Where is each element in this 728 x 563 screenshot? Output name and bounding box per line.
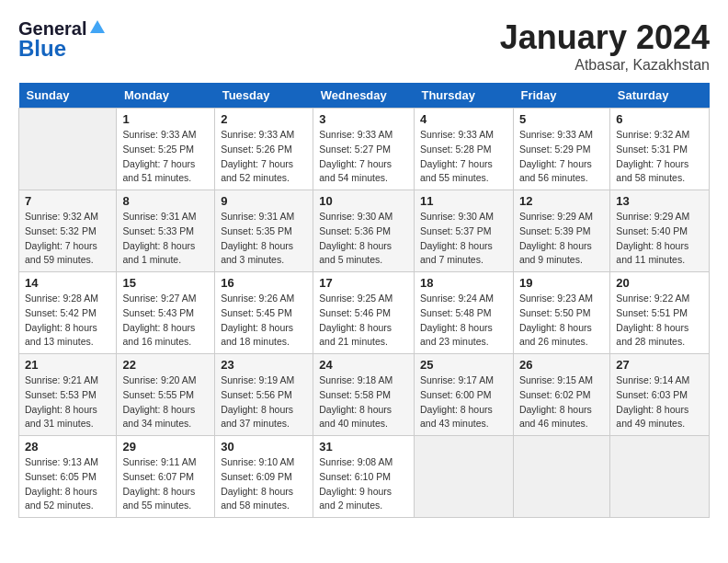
day-detail: Sunrise: 9:27 AMSunset: 5:43 PMDaylight:… bbox=[122, 292, 209, 350]
day-number: 8 bbox=[122, 194, 209, 208]
sunrise-text: Sunrise: 9:18 AM bbox=[319, 373, 408, 388]
day-detail: Sunrise: 9:29 AMSunset: 5:39 PMDaylight:… bbox=[519, 210, 604, 268]
sunset-text: Sunset: 5:29 PM bbox=[519, 143, 604, 157]
daylight-text: Daylight: 8 hours and 7 minutes. bbox=[420, 239, 507, 269]
day-detail: Sunrise: 9:13 AMSunset: 6:05 PMDaylight:… bbox=[25, 455, 110, 513]
day-number: 30 bbox=[221, 440, 307, 454]
day-number: 6 bbox=[616, 112, 703, 126]
day-detail: Sunrise: 9:22 AMSunset: 5:51 PMDaylight:… bbox=[616, 292, 703, 350]
calendar-cell: 24Sunrise: 9:18 AMSunset: 5:58 PMDayligh… bbox=[313, 354, 415, 436]
sunrise-text: Sunrise: 9:15 AM bbox=[519, 373, 604, 388]
day-number: 17 bbox=[319, 276, 408, 290]
day-detail: Sunrise: 9:33 AMSunset: 5:28 PMDaylight:… bbox=[420, 128, 507, 186]
day-number: 5 bbox=[519, 112, 604, 126]
sunset-text: Sunset: 5:48 PM bbox=[420, 306, 507, 321]
daylight-text: Daylight: 8 hours and 34 minutes. bbox=[122, 403, 209, 432]
day-number: 29 bbox=[122, 440, 209, 454]
day-detail: Sunrise: 9:10 AMSunset: 6:09 PMDaylight:… bbox=[221, 455, 307, 513]
sunset-text: Sunset: 5:25 PM bbox=[122, 143, 209, 157]
day-detail: Sunrise: 9:11 AMSunset: 6:07 PMDaylight:… bbox=[122, 455, 209, 513]
sunset-text: Sunset: 5:58 PM bbox=[319, 388, 408, 403]
day-number: 13 bbox=[616, 194, 703, 208]
day-detail: Sunrise: 9:17 AMSunset: 6:00 PMDaylight:… bbox=[420, 373, 507, 431]
calendar-cell: 3Sunrise: 9:33 AMSunset: 5:27 PMDaylight… bbox=[313, 109, 415, 190]
sunrise-text: Sunrise: 9:26 AM bbox=[221, 292, 307, 306]
daylight-text: Daylight: 7 hours and 58 minutes. bbox=[616, 157, 703, 187]
day-detail: Sunrise: 9:25 AMSunset: 5:46 PMDaylight:… bbox=[319, 292, 408, 350]
day-number: 16 bbox=[221, 276, 307, 290]
sunset-text: Sunset: 5:42 PM bbox=[25, 306, 110, 321]
calendar-cell: 22Sunrise: 9:20 AMSunset: 5:55 PMDayligh… bbox=[117, 354, 215, 436]
logo: General Blue bbox=[18, 18, 107, 62]
day-number: 23 bbox=[221, 358, 307, 372]
day-header-friday: Friday bbox=[513, 83, 609, 109]
calendar-cell: 17Sunrise: 9:25 AMSunset: 5:46 PMDayligh… bbox=[313, 272, 415, 354]
day-header-thursday: Thursday bbox=[414, 83, 513, 109]
sunrise-text: Sunrise: 9:31 AM bbox=[221, 210, 307, 224]
calendar-subtitle: Atbasar, Kazakhstan bbox=[500, 57, 710, 74]
calendar-cell: 9Sunrise: 9:31 AMSunset: 5:35 PMDaylight… bbox=[215, 190, 313, 272]
calendar-cell: 15Sunrise: 9:27 AMSunset: 5:43 PMDayligh… bbox=[117, 272, 215, 354]
calendar-cell: 18Sunrise: 9:24 AMSunset: 5:48 PMDayligh… bbox=[414, 272, 513, 354]
calendar-cell: 13Sunrise: 9:29 AMSunset: 5:40 PMDayligh… bbox=[610, 190, 710, 272]
day-header-monday: Monday bbox=[117, 83, 215, 109]
day-detail: Sunrise: 9:08 AMSunset: 6:10 PMDaylight:… bbox=[319, 455, 408, 513]
day-number: 2 bbox=[221, 112, 307, 126]
day-detail: Sunrise: 9:31 AMSunset: 5:33 PMDaylight:… bbox=[122, 210, 209, 268]
day-number: 28 bbox=[25, 440, 110, 454]
daylight-text: Daylight: 7 hours and 59 minutes. bbox=[25, 239, 110, 269]
calendar-cell: 28Sunrise: 9:13 AMSunset: 6:05 PMDayligh… bbox=[19, 436, 117, 518]
sunrise-text: Sunrise: 9:14 AM bbox=[616, 373, 703, 388]
sunrise-text: Sunrise: 9:10 AM bbox=[221, 455, 307, 470]
day-header-wednesday: Wednesday bbox=[313, 83, 415, 109]
day-detail: Sunrise: 9:19 AMSunset: 5:56 PMDaylight:… bbox=[221, 373, 307, 431]
day-number: 4 bbox=[420, 112, 507, 126]
calendar-cell: 30Sunrise: 9:10 AMSunset: 6:09 PMDayligh… bbox=[215, 436, 313, 518]
day-number: 18 bbox=[420, 276, 507, 290]
page-header: General Blue January 2024 Atbasar, Kazak… bbox=[18, 18, 710, 74]
day-header-tuesday: Tuesday bbox=[215, 83, 313, 109]
calendar-cell: 29Sunrise: 9:11 AMSunset: 6:07 PMDayligh… bbox=[117, 436, 215, 518]
daylight-text: Daylight: 8 hours and 3 minutes. bbox=[221, 239, 307, 269]
week-row-4: 21Sunrise: 9:21 AMSunset: 5:53 PMDayligh… bbox=[19, 354, 710, 436]
sunrise-text: Sunrise: 9:20 AM bbox=[122, 373, 209, 388]
day-detail: Sunrise: 9:15 AMSunset: 6:02 PMDaylight:… bbox=[519, 373, 604, 431]
day-number: 20 bbox=[616, 276, 703, 290]
sunset-text: Sunset: 5:56 PM bbox=[221, 388, 307, 403]
day-detail: Sunrise: 9:32 AMSunset: 5:31 PMDaylight:… bbox=[616, 128, 703, 186]
daylight-text: Daylight: 8 hours and 23 minutes. bbox=[420, 321, 507, 350]
day-number: 25 bbox=[420, 358, 507, 372]
day-detail: Sunrise: 9:21 AMSunset: 5:53 PMDaylight:… bbox=[25, 373, 110, 431]
day-detail: Sunrise: 9:32 AMSunset: 5:32 PMDaylight:… bbox=[25, 210, 110, 268]
daylight-text: Daylight: 8 hours and 1 minute. bbox=[122, 239, 209, 269]
calendar-cell: 5Sunrise: 9:33 AMSunset: 5:29 PMDaylight… bbox=[513, 109, 609, 190]
daylight-text: Daylight: 8 hours and 16 minutes. bbox=[122, 321, 209, 350]
day-detail: Sunrise: 9:14 AMSunset: 6:03 PMDaylight:… bbox=[616, 373, 703, 431]
day-detail: Sunrise: 9:33 AMSunset: 5:27 PMDaylight:… bbox=[319, 128, 408, 186]
sunset-text: Sunset: 5:45 PM bbox=[221, 306, 307, 321]
sunset-text: Sunset: 6:05 PM bbox=[25, 470, 110, 485]
calendar-cell: 7Sunrise: 9:32 AMSunset: 5:32 PMDaylight… bbox=[19, 190, 117, 272]
logo-blue-text: Blue bbox=[18, 36, 66, 62]
calendar-cell: 31Sunrise: 9:08 AMSunset: 6:10 PMDayligh… bbox=[313, 436, 415, 518]
daylight-text: Daylight: 8 hours and 55 minutes. bbox=[122, 485, 209, 514]
calendar-cell: 16Sunrise: 9:26 AMSunset: 5:45 PMDayligh… bbox=[215, 272, 313, 354]
daylight-text: Daylight: 9 hours and 2 minutes. bbox=[319, 485, 408, 514]
sunrise-text: Sunrise: 9:19 AM bbox=[221, 373, 307, 388]
sunset-text: Sunset: 5:46 PM bbox=[319, 306, 408, 321]
sunset-text: Sunset: 6:10 PM bbox=[319, 470, 408, 485]
sunset-text: Sunset: 5:27 PM bbox=[319, 143, 408, 157]
daylight-text: Daylight: 8 hours and 46 minutes. bbox=[519, 403, 604, 432]
day-number: 26 bbox=[519, 358, 604, 372]
calendar-table: SundayMondayTuesdayWednesdayThursdayFrid… bbox=[18, 83, 710, 518]
sunset-text: Sunset: 5:32 PM bbox=[25, 224, 110, 239]
day-number: 15 bbox=[122, 276, 209, 290]
day-header-saturday: Saturday bbox=[610, 83, 710, 109]
day-detail: Sunrise: 9:23 AMSunset: 5:50 PMDaylight:… bbox=[519, 292, 604, 350]
day-detail: Sunrise: 9:20 AMSunset: 5:55 PMDaylight:… bbox=[122, 373, 209, 431]
day-number: 19 bbox=[519, 276, 604, 290]
sunset-text: Sunset: 5:55 PM bbox=[122, 388, 209, 403]
day-number: 9 bbox=[221, 194, 307, 208]
sunset-text: Sunset: 5:53 PM bbox=[25, 388, 110, 403]
daylight-text: Daylight: 8 hours and 9 minutes. bbox=[519, 239, 604, 269]
